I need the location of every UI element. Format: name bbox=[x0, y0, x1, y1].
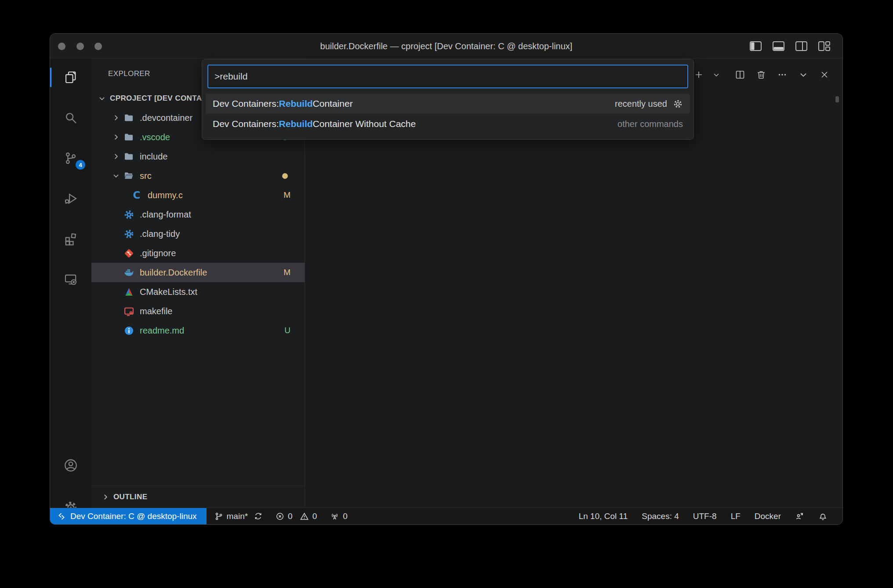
kill-terminal-trash-icon[interactable] bbox=[755, 69, 767, 80]
branch-icon bbox=[214, 512, 223, 521]
git-badge-modified: M bbox=[283, 268, 290, 277]
customize-layout-icon[interactable] bbox=[818, 41, 830, 51]
group-label-other-commands: other commands bbox=[617, 119, 683, 129]
remote-icon bbox=[57, 512, 66, 521]
command-result-rebuild-without-cache[interactable]: Dev Containers: Rebuild Container Withou… bbox=[206, 114, 690, 134]
chevron-down-icon bbox=[112, 172, 120, 180]
docker-file-icon bbox=[123, 267, 134, 278]
command-palette: >rebuild Dev Containers: Rebuild Contain… bbox=[202, 59, 694, 140]
activity-bar: 4 1 bbox=[50, 58, 91, 508]
problems-item[interactable]: 0 0 bbox=[276, 512, 317, 521]
command-results: Dev Containers: Rebuild Container recent… bbox=[206, 94, 690, 134]
remote-explorer-view-icon[interactable] bbox=[50, 269, 91, 290]
tree-item-src[interactable]: src bbox=[91, 166, 305, 185]
notifications-bell-icon[interactable] bbox=[818, 512, 828, 521]
configure-keybinding-gear-icon[interactable] bbox=[672, 98, 683, 109]
command-input[interactable]: >rebuild bbox=[207, 65, 688, 88]
eol-item[interactable]: LF bbox=[731, 512, 741, 521]
source-control-view-icon[interactable]: 4 bbox=[50, 148, 91, 169]
scrollbar-thumb[interactable] bbox=[835, 96, 839, 102]
git-file-icon bbox=[123, 247, 134, 259]
git-badge-untracked: U bbox=[284, 326, 290, 335]
chevron-down-icon bbox=[98, 94, 106, 102]
git-badge-modified: M bbox=[283, 190, 290, 200]
group-label-recently-used: recently used bbox=[615, 99, 667, 109]
errors-count: 0 bbox=[288, 512, 293, 521]
warnings-count: 0 bbox=[312, 512, 317, 521]
tree-item-clang-format[interactable]: .clang-format bbox=[91, 205, 305, 224]
extensions-view-icon[interactable] bbox=[50, 229, 91, 250]
folder-open-icon bbox=[123, 170, 134, 181]
ports-count: 0 bbox=[343, 512, 348, 521]
explorer-title: EXPLORER bbox=[108, 66, 150, 81]
accounts-icon[interactable] bbox=[50, 455, 91, 476]
chevron-right-icon bbox=[112, 114, 120, 122]
result-match: Rebuild bbox=[279, 98, 313, 109]
tree-item-readme[interactable]: readme.md U bbox=[91, 321, 305, 340]
feedback-icon[interactable] bbox=[795, 512, 804, 521]
folder-icon bbox=[123, 151, 134, 162]
split-terminal-icon[interactable] bbox=[734, 69, 746, 80]
tree-item-makefile[interactable]: makefile bbox=[91, 301, 305, 321]
window-title: builder.Dockerfile — cproject [Dev Conta… bbox=[50, 34, 842, 58]
close-panel-icon[interactable] bbox=[819, 69, 830, 80]
remote-label: Dev Container: C @ desktop-linux bbox=[70, 512, 197, 521]
vscode-window: builder.Dockerfile — cproject [Dev Conta… bbox=[50, 33, 843, 525]
makefile-icon bbox=[123, 305, 134, 317]
cursor-position-item[interactable]: Ln 10, Col 11 bbox=[579, 512, 628, 521]
info-file-icon bbox=[123, 325, 134, 336]
indentation-item[interactable]: Spaces: 4 bbox=[642, 512, 679, 521]
panel-toolbar bbox=[693, 69, 830, 80]
search-view-icon[interactable] bbox=[50, 107, 91, 128]
restore-panel-chevron-icon[interactable] bbox=[798, 69, 809, 80]
terminal-dropdown-icon[interactable] bbox=[711, 69, 722, 80]
remote-indicator[interactable]: Dev Container: C @ desktop-linux bbox=[50, 508, 207, 524]
git-branch-item[interactable]: main* bbox=[214, 512, 263, 521]
gear-file-icon bbox=[123, 209, 134, 220]
tree-item-clang-tidy[interactable]: .clang-tidy bbox=[91, 224, 305, 243]
chevron-right-icon bbox=[101, 493, 110, 501]
encoding-item[interactable]: UTF-8 bbox=[693, 512, 717, 521]
tree-item-builder-dockerfile[interactable]: builder.Dockerfile M bbox=[91, 263, 305, 282]
result-text: Dev Containers: bbox=[213, 98, 279, 109]
tree-item-gitignore[interactable]: .gitignore bbox=[91, 243, 305, 263]
tree-item-include[interactable]: include bbox=[91, 147, 305, 166]
status-bar: Dev Container: C @ desktop-linux main* 0… bbox=[50, 508, 842, 524]
result-text: Dev Containers: bbox=[213, 119, 279, 129]
chevron-right-icon bbox=[112, 152, 120, 160]
more-actions-icon[interactable] bbox=[777, 69, 788, 80]
branch-label: main* bbox=[227, 512, 248, 521]
command-result-rebuild-container[interactable]: Dev Containers: Rebuild Container recent… bbox=[206, 94, 690, 114]
errors-icon bbox=[276, 512, 284, 521]
cmake-file-icon bbox=[123, 286, 134, 298]
tree-item-cmakelists[interactable]: CMakeLists.txt bbox=[91, 282, 305, 301]
folder-icon bbox=[123, 131, 134, 143]
toggle-primary-sidebar-icon[interactable] bbox=[749, 41, 762, 51]
radio-tower-icon bbox=[330, 512, 339, 521]
explorer-view-icon[interactable] bbox=[50, 67, 91, 88]
toggle-panel-icon[interactable] bbox=[772, 41, 784, 51]
tree-item-dummy-c[interactable]: C dummy.c M bbox=[91, 185, 305, 205]
git-modified-dot bbox=[282, 173, 288, 179]
sync-icon bbox=[254, 512, 262, 520]
folder-icon bbox=[123, 112, 134, 123]
chevron-right-icon bbox=[112, 133, 120, 141]
new-terminal-icon[interactable] bbox=[693, 69, 704, 80]
result-match: Rebuild bbox=[279, 119, 313, 129]
run-debug-view-icon[interactable] bbox=[50, 188, 91, 209]
result-text: Container Without Cache bbox=[313, 119, 416, 129]
toggle-secondary-sidebar-icon[interactable] bbox=[795, 41, 807, 51]
source-control-badge: 4 bbox=[76, 160, 85, 170]
title-bar: builder.Dockerfile — cproject [Dev Conta… bbox=[50, 34, 842, 58]
c-file-icon: C bbox=[131, 189, 142, 201]
language-mode-item[interactable]: Docker bbox=[755, 512, 781, 521]
gear-file-icon bbox=[123, 228, 134, 240]
outline-section-header[interactable]: OUTLINE bbox=[91, 486, 305, 508]
outline-title: OUTLINE bbox=[113, 493, 147, 501]
warnings-icon bbox=[300, 512, 309, 521]
result-text: Container bbox=[313, 98, 353, 109]
ports-item[interactable]: 0 bbox=[330, 512, 348, 521]
